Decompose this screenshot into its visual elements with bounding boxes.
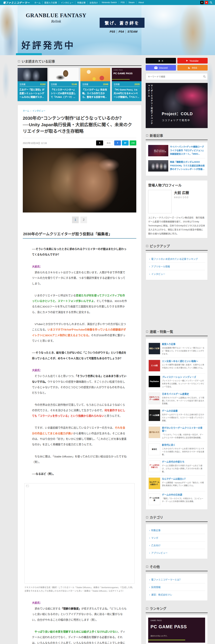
social-button-label: RSS (192, 66, 197, 69)
serial-thumbnail: ゲームの日本語 (148, 493, 160, 505)
trending-card[interactable]: 注目度6160乙女ゲー『恋と深空』が恋愛シミュレーションゲームなのに戦闘がスタ.… (18, 68, 47, 101)
nav-item-7[interactable]: PS5 (119, 1, 127, 4)
search-icon[interactable] (209, 1, 213, 4)
news-list-item[interactable]: ゼロ ディビジョンZERO DIVISIONSTEAM NEXT FESTサイバ… (148, 144, 205, 158)
trending-card[interactable]: 注目度2046『スイカゲーム』完全攻略。スイカの作り方から、整地する技術や時..… (80, 68, 110, 101)
social-button-youtube[interactable]: Youtube (177, 58, 208, 64)
social-button-rss[interactable]: RSS (177, 65, 208, 70)
article-meta-row: 2022年10月24日 12:16 X 反応 f B! LINE (23, 138, 136, 146)
hero-ad-banner[interactable]: GRANBLUE FANTASY Relink 繋げ、蒼き絆を PS5PS4ST… (0, 5, 215, 55)
other-link[interactable]: ›運営：株式会社マレ (148, 591, 205, 598)
serial-title: ゲーム世代の作家たち (162, 460, 205, 464)
serial-list-item[interactable]: ゲーム世代の作家たちゲーム世代の作家たちゲームに影響を受けた作家たちはゲームをど… (148, 458, 205, 475)
pickup-link[interactable]: ›インタビュー (148, 270, 205, 278)
serial-thumbnail: PlayStation (148, 376, 160, 387)
reaction-button[interactable]: 反応 (104, 140, 113, 146)
pickup-link[interactable]: ›電ファミのいま読まれている記事ランキング (148, 255, 205, 262)
pickup-link-label: アプリセール情報 (151, 265, 170, 268)
breadcrumb: ホーム›インタビュー (23, 109, 136, 112)
nav-item-5[interactable]: 女性向け (87, 1, 100, 4)
serial-thumbnail: なんでゲームは面白い？ (148, 478, 160, 489)
categories-title: カテゴリ (150, 515, 163, 520)
banner-cta-button[interactable] (16, 53, 42, 55)
search-icon[interactable] (203, 75, 206, 78)
profile-card: 登場人物プロフィール 大前 広樹 おおまえ ひろき ユニティ・テクノロジーズ・ジ… (146, 180, 208, 238)
breadcrumb-category[interactable]: インタビュー (32, 110, 45, 112)
discord-icon (154, 66, 158, 69)
serial-list-item[interactable]: 若ゲのいたり若ゲのいたり〜ゲームクリエイターの青春〜「うつヌケ」「ペンと箸」の田… (148, 424, 205, 441)
nav-item-8[interactable]: Steam (126, 1, 136, 4)
nav-item-9[interactable]: About (136, 1, 146, 4)
news-list-item[interactable]: 映画『機動戦士ガンダムSEED FREEDOM』ラクス生誕記念舞台挨拶のオフィシ… (148, 158, 205, 173)
speaker-name: 大前氏： (32, 264, 127, 269)
platform-logo: PS4 (117, 30, 126, 34)
nav-item-3[interactable]: インタビュー (59, 1, 75, 4)
list-icon (146, 516, 148, 518)
trending-card-title: 「PC Game Pass」3ヵ月100円となるキャンペーンが開催中。『ペルソ.… (114, 88, 140, 99)
page-button-2[interactable]: 2 (80, 216, 87, 223)
pagination: 1 2 (23, 216, 136, 223)
other-link[interactable]: ›電ファミニコゲーマーとは？ (148, 576, 205, 583)
article-paragraph: 求めている絵に対する「理解の解像度」が低すぎたんですよね。「どうしたらもっと良い… (32, 606, 127, 622)
ranking-ad-image[interactable]: GAME PASS PC GAME PASS 最初の3か月は 100 円で。 (148, 618, 205, 643)
list-icon (18, 60, 20, 62)
serial-list-item[interactable]: エン女医エン女医〜ゆるく読むといい塩梅〜エンタメ業界の最前線で働く女医が、仕事や… (148, 358, 205, 374)
serial-list-item[interactable]: ゲーム企画書ゲームの企画書名作ゲームのクリエイターたちに企画の成り立ちからヒット… (148, 407, 205, 424)
article-paragraph: VTuberとか分かりやすいかもしれませんが、演技が上手いやつの方が役に立つこと… (32, 321, 127, 344)
ranking-section-header: ランキング (146, 605, 208, 613)
other-link-label: 運営：株式会社マレ (151, 593, 172, 596)
nav-item-4[interactable]: 特集記事 (75, 1, 87, 4)
serial-description: プレイステーションと一緒にインディーズゲームの未来を考える連載。ヒットメーカーた… (162, 379, 205, 388)
trending-card[interactable]: GAME PASSPC GAME PASS注目度2035「PC Game Pas… (112, 68, 142, 101)
nav-item-6[interactable]: Nintendo Switch (100, 1, 119, 4)
sidebar-ad-banner[interactable]: マーダーミステリー対応アドベンチャーゲーム Project：COLD ココフォリ… (146, 83, 208, 128)
serial-list-item[interactable]: 殿堂入り記事殿堂入り記事SNS拡散数が数千以上！ページビュー数万以上！など「殿堂… (148, 341, 205, 358)
ranking-item[interactable]: 『ペルソナ3リロード』や『パルワールド』など話題の人気タイトルが100円で遊び放… (148, 643, 205, 644)
breadcrumb-home[interactable]: ホーム (23, 110, 29, 112)
serial-thumbnail: エン女医 (148, 360, 160, 372)
banner-side-art-left (0, 5, 18, 55)
category-link[interactable]: ›乙女向け (148, 541, 205, 549)
list-icon (146, 330, 148, 333)
thumb-small-label: GAME PASS (114, 69, 123, 71)
social-button-x[interactable]: XX (146, 58, 176, 64)
share-x-button[interactable]: X (96, 140, 103, 146)
page-button-1[interactable]: 1 (72, 216, 79, 223)
category-link[interactable]: ›特集記事 (148, 526, 205, 534)
article-body: ──そういう未来になったときに求められるクリエイターの才能はまた少し変わってくる… (32, 246, 127, 644)
pickup-section-header: ピックアップ (146, 242, 208, 250)
x-icon[interactable]: X (200, 1, 204, 4)
other-link[interactable]: ›採用情報 (148, 583, 205, 591)
nav-item-2[interactable]: 殿堂入り記事 (42, 1, 59, 4)
pickup-link[interactable]: ›アプリセール情報 (148, 262, 205, 270)
category-link[interactable]: ›アプリレビュー (148, 549, 205, 556)
serial-list-item[interactable]: 日本モバイルゲーム産業史日本モバイルゲーム産業史日本のモバイルゲーム産業はいかに… (148, 390, 205, 407)
banner-side-art-right (141, 5, 215, 55)
trending-thumbnail (49, 68, 79, 81)
social-button-discord[interactable]: Discord (146, 65, 176, 70)
search-input[interactable] (147, 75, 203, 78)
banner-tagline: 繋げ、蒼き絆を (100, 18, 144, 28)
site-logo[interactable]: 電ファミニコゲーマー (3, 1, 30, 4)
article-paragraph: そういう人も出てくると思いつつ、「そういう世界になる」とはあまり思っていないです… (32, 373, 127, 396)
gamepass-green-bar (148, 640, 185, 640)
serial-list-item[interactable]: ゲームの日本語ゲームの中の日本語「翻訳」「ローカライズ」の視点から、コンピュータ… (148, 491, 205, 507)
nav-item-1[interactable]: ホーム (33, 1, 42, 4)
share-facebook-button[interactable]: f (114, 140, 121, 146)
category-link-label: マンガ (151, 536, 158, 539)
serial-title: プレイステーション インディーズ (162, 376, 205, 379)
serial-list-item[interactable]: PlayStationプレイステーション インディーズプレイステーションと一緒に… (148, 374, 205, 390)
share-hatena-button[interactable]: B! (122, 140, 129, 146)
trending-card[interactable]: 注目度5148『モンスターハンター』シリーズ20周年を記念して「PUMA（プーマ… (49, 68, 79, 101)
list-icon (146, 134, 148, 136)
score-label: 注目度 (51, 83, 57, 86)
sidebar: XXYoutubeDiscordRSS マーダーミステリー対応アドベンチャーゲー… (146, 58, 208, 644)
list-icon (146, 245, 148, 247)
serial-list-item[interactable]: 新世代新世代に訊くこれからのデジタルゲームを担う新世代クリエイターたちの素顔と作… (148, 441, 205, 458)
share-line-button[interactable]: LINE (130, 140, 136, 146)
serial-thumbnail: 若ゲのいたり (148, 426, 160, 438)
youtube-icon[interactable] (205, 1, 208, 4)
serial-list-item[interactable]: なんでゲームは面白い？なんでゲームは面白い？ゲーム開発者・hamatsuがゲーム… (148, 475, 205, 491)
category-link[interactable]: ›マンガ (148, 534, 205, 541)
article-paragraph: 求められるスキルセットはガラッと変わると思います。人間が今まで手作業でツールの力… (32, 270, 127, 286)
